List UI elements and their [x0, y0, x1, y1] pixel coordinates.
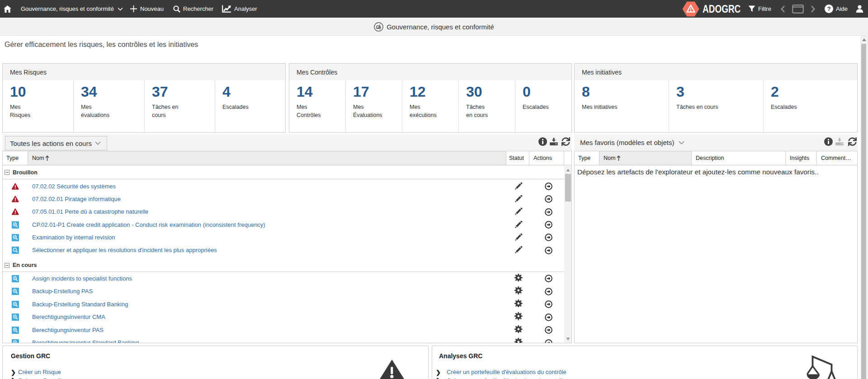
- svg-text:?: ?: [827, 5, 830, 12]
